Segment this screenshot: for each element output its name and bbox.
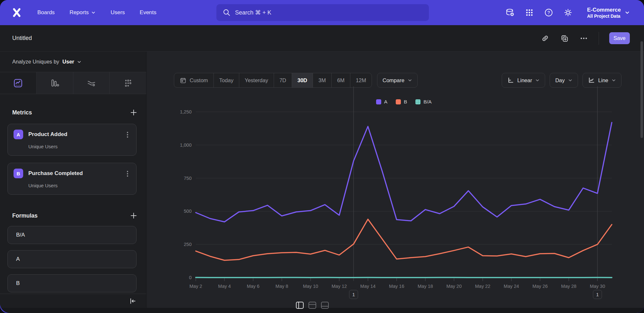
metric-menu-icon[interactable] (124, 170, 131, 178)
nav-item-events[interactable]: Events (140, 9, 156, 16)
insights-chart-icon (13, 78, 23, 88)
formula-card-b-a[interactable]: B/A (7, 226, 137, 244)
x-axis-label: May 4 (218, 284, 231, 289)
nav-right: ? E-Commerce All Project Data (505, 0, 630, 25)
y-axis-label: 1,250 (180, 109, 192, 114)
formula-card-a[interactable]: A (7, 250, 137, 268)
layout-split-bottom-button[interactable] (320, 300, 330, 310)
nav-item-reports[interactable]: Reports (70, 9, 96, 16)
formulas-section-header: Formulas (12, 211, 138, 220)
scrollbar-thumb[interactable] (640, 41, 643, 138)
layout-split-left-button[interactable] (295, 300, 305, 310)
primary-nav: BoardsReportsUsersEvents (37, 9, 156, 16)
x-axis-label: May 24 (504, 284, 519, 289)
tab-retention[interactable] (110, 72, 146, 94)
x-axis-label: May 22 (475, 284, 490, 289)
y-axis-label: 0 (189, 275, 192, 280)
nav-item-users[interactable]: Users (110, 9, 125, 16)
content-inner: Untitled Save (0, 25, 644, 313)
sidebar-footer (0, 294, 146, 308)
more-options-icon[interactable] (579, 34, 588, 43)
save-button[interactable]: Save (609, 32, 630, 44)
main-layout: Analyze Uniques by User (0, 52, 644, 308)
toolbar-actions: Save (541, 32, 630, 45)
search-input[interactable]: Search ⌘ + K (216, 4, 429, 21)
chart-area: CustomTodayYesterday7D30D3M6M12M Compare… (147, 52, 644, 308)
chart-svg: 02505007501,0001,250May 2May 4May 6May 8… (147, 52, 644, 308)
apps-grid-icon[interactable] (525, 8, 534, 17)
svg-text:?: ? (547, 10, 550, 15)
chevron-down-icon (625, 10, 630, 15)
add-formula-button[interactable] (129, 211, 138, 220)
x-axis-label: May 10 (303, 284, 318, 289)
retention-dots-icon (123, 78, 133, 88)
copy-link-icon[interactable] (541, 34, 550, 43)
nav-item-boards[interactable]: Boards (37, 9, 55, 16)
duplicate-icon[interactable] (560, 34, 569, 43)
settings-gear-icon[interactable] (563, 8, 573, 17)
visualization-tabs (0, 72, 146, 94)
flows-icon (87, 78, 96, 88)
top-nav: BoardsReportsUsersEvents Search ⌘ + K (0, 0, 644, 25)
metric-name: Product Added (28, 131, 67, 138)
metric-subtitle: Unique Users (28, 144, 130, 149)
bar-chart-icon (50, 78, 60, 88)
metric-card-a[interactable]: A Product Added Unique Users (7, 124, 137, 156)
tab-insights[interactable] (0, 72, 37, 94)
add-metric-button[interactable] (129, 108, 138, 117)
y-axis-label: 1,000 (180, 142, 192, 148)
x-axis-label: May 8 (276, 284, 289, 289)
data-management-icon[interactable] (505, 8, 515, 17)
metric-subtitle: Unique Users (28, 183, 130, 188)
x-axis-label: May 14 (360, 284, 376, 289)
project-switcher[interactable]: E-Commerce All Project Data (587, 6, 630, 18)
report-title: Untitled (12, 35, 32, 42)
query-sidebar: Analyze Uniques by User (0, 52, 147, 308)
search-icon (223, 9, 231, 16)
metrics-title: Metrics (12, 109, 32, 116)
formulas-title: Formulas (12, 212, 38, 219)
app-window: BoardsReportsUsersEvents Search ⌘ + K (0, 0, 644, 313)
series-line-a[interactable] (196, 122, 612, 222)
metric-name: Purchase Completed (28, 170, 83, 177)
help-icon[interactable]: ? (544, 8, 554, 17)
y-axis-label: 250 (184, 242, 192, 247)
x-axis-label: May 26 (532, 284, 548, 289)
formula-card-b[interactable]: B (7, 274, 137, 292)
analyze-label: Analyze Uniques by (12, 59, 59, 65)
layout-split-top-button[interactable] (307, 300, 317, 310)
chart-layout-toggles (295, 300, 330, 310)
x-axis-label: May 20 (446, 284, 462, 289)
x-axis-label: May 18 (418, 284, 433, 289)
annotation-badge[interactable]: 1 (593, 290, 602, 299)
analyze-row: Analyze Uniques by User (0, 52, 146, 72)
x-axis-label: May 2 (189, 284, 202, 289)
metric-menu-icon[interactable] (124, 131, 131, 139)
x-axis-label: May 16 (389, 284, 404, 289)
project-scope: All Project Data (587, 14, 621, 19)
search-placeholder: Search ⌘ + K (235, 9, 271, 16)
collapse-sidebar-icon[interactable] (128, 297, 137, 306)
y-axis-label: 750 (184, 176, 192, 181)
svg-text:1: 1 (352, 292, 355, 297)
plus-icon (130, 212, 137, 219)
analyze-value-dropdown[interactable]: User (62, 59, 81, 65)
svg-text:1: 1 (596, 292, 599, 297)
series-line-b[interactable] (196, 219, 612, 260)
x-axis-label: May 12 (332, 284, 347, 289)
x-axis-label: May 28 (561, 284, 577, 289)
metric-letter-badge: A (14, 130, 23, 139)
chevron-down-icon (91, 10, 96, 15)
content-stack: Untitled Save (0, 25, 644, 313)
metric-letter-badge: B (14, 169, 23, 178)
metrics-section-header: Metrics (12, 108, 138, 117)
tab-bar-chart[interactable] (37, 72, 73, 94)
x-axis-label: May 30 (590, 284, 605, 289)
metric-card-b[interactable]: B Purchase Completed Unique Users (7, 163, 137, 195)
mixpanel-logo-icon[interactable] (10, 5, 24, 20)
annotation-badge[interactable]: 1 (349, 290, 358, 299)
formulas-list: B/AAB (0, 226, 146, 292)
plus-icon (130, 109, 137, 116)
project-name: E-Commerce (587, 6, 621, 13)
tab-flows[interactable] (73, 72, 110, 94)
